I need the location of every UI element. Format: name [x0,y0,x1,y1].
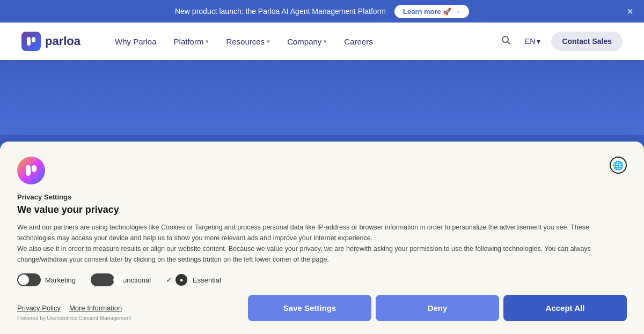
parloa-brand-icon [17,157,45,184]
announcement-banner: New product launch: the Parloa AI Agent … [0,0,644,23]
modal-bottom-row: Privacy Policy More Information Powered … [17,295,627,321]
essential-circle: ● [175,274,187,286]
privacy-body: We and our partners are using technologi… [17,222,627,265]
more-information-link[interactable]: More Information [69,304,122,312]
functional-toggle-group: Functional [91,273,151,286]
accept-all-button[interactable]: Accept All [503,295,627,321]
navbar: parloa Why Parloa Platform ▾ Resources ▾… [0,23,644,60]
essential-toggle-group: ✓ ● Essential [166,274,221,286]
modal-header: 🌐 [17,157,627,184]
svg-rect-1 [32,37,35,42]
nav-item-platform[interactable]: Platform ▾ [167,33,216,50]
globe-icon[interactable]: 🌐 [610,157,627,174]
contact-sales-button[interactable]: Contact Sales [551,32,623,51]
footer-links: Privacy Policy More Information [17,304,131,312]
essential-label: Essential [193,276,221,284]
marketing-toggle-knob [18,274,29,285]
svg-rect-0 [27,37,31,46]
hero-section [0,60,644,135]
language-selector[interactable]: EN ▾ [521,34,545,49]
svg-point-2 [502,36,508,42]
nav-item-careers[interactable]: Careers [338,33,379,50]
search-button[interactable] [498,32,514,51]
privacy-policy-link[interactable]: Privacy Policy [17,304,61,312]
banner-text: New product launch: the Parloa AI Agent … [175,7,386,16]
deny-button[interactable]: Deny [376,295,499,321]
svg-rect-4 [26,165,31,176]
svg-rect-5 [32,165,36,172]
nav-links: Why Parloa Platform ▾ Resources ▾ Compan… [108,33,481,50]
marketing-toggle-group: Marketing [17,273,76,286]
cookie-consent-modal: 🌐 Privacy Settings We value your privacy… [0,142,644,334]
resources-chevron-icon: ▾ [267,38,270,45]
logo-icon [21,32,41,51]
privacy-settings-label: Privacy Settings [17,193,627,201]
check-mark: ✓ [166,276,172,284]
powered-by-text: Powered by Usercentrics Consent Manageme… [17,315,131,321]
modal-left-footer: Privacy Policy More Information Powered … [17,304,131,321]
privacy-heading: We value your privacy [17,204,627,216]
learn-more-button[interactable]: Learn more 🚀 → [394,5,469,18]
action-buttons-row: Save Settings Deny Accept All [142,295,627,321]
platform-chevron-icon: ▾ [206,38,209,45]
functional-toggle[interactable] [91,273,114,286]
company-chevron-icon: ▾ [324,38,327,45]
marketing-label: Marketing [45,276,76,284]
nav-item-why-parloa[interactable]: Why Parloa [108,33,163,50]
lang-chevron-icon: ▾ [537,37,540,46]
svg-line-3 [507,41,510,44]
logo-link[interactable]: parloa [21,32,80,51]
nav-item-resources[interactable]: Resources ▾ [219,33,276,50]
functional-toggle-knob [113,274,124,285]
logo-text: parloa [45,34,80,48]
save-settings-button[interactable]: Save Settings [248,295,371,321]
consent-toggles-row: Marketing Functional ✓ ● Essential [17,273,627,286]
nav-right: EN ▾ Contact Sales [498,32,623,51]
marketing-toggle[interactable] [17,273,41,286]
banner-close-button[interactable]: × [627,6,633,17]
nav-item-company[interactable]: Company ▾ [281,33,333,50]
